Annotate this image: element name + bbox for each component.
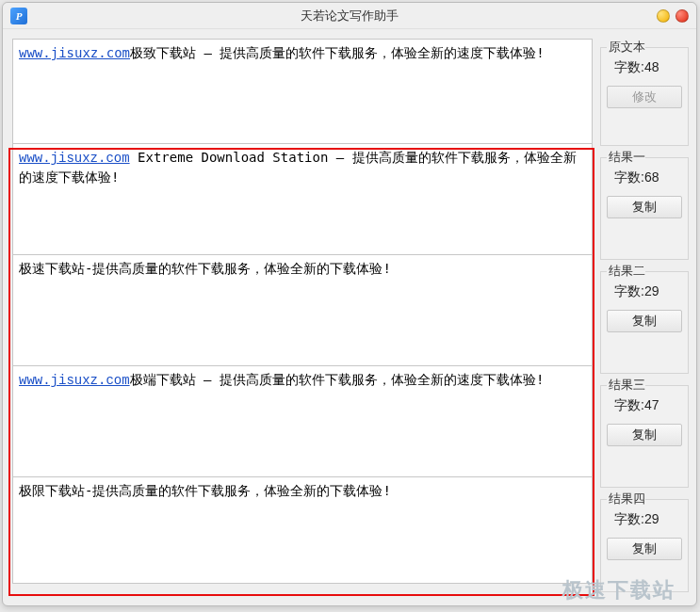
- link-url[interactable]: www.jisuxz.com: [19, 373, 130, 388]
- word-count: 字数:48: [607, 56, 682, 78]
- text-content: 极速下载站-提供高质量的软件下载服务，体验全新的下载体验!: [19, 261, 391, 276]
- copy-button[interactable]: 复制: [607, 424, 682, 446]
- result-3-text-box[interactable]: www.jisuxz.com极端下载站 – 提供高质量的软件下载服务，体验全新的…: [12, 366, 593, 477]
- group-title: 结果一: [607, 149, 645, 166]
- original-text-box[interactable]: www.jisuxz.com极致下载站 – 提供高质量的软件下载服务，体验全新的…: [12, 39, 593, 144]
- text-content: 极致下载站 – 提供高质量的软件下载服务，体验全新的速度下载体验!: [130, 45, 545, 60]
- link-url[interactable]: www.jisuxz.com: [19, 45, 130, 60]
- group-title: 结果二: [607, 263, 645, 280]
- side-groups-column: 原文本 字数:48 修改 结果一 字数:68 复制 结果二 字数:29 复制 结…: [600, 39, 689, 600]
- word-count: 字数:68: [607, 166, 682, 188]
- minimize-icon[interactable]: [657, 9, 670, 23]
- copy-button[interactable]: 复制: [607, 538, 682, 560]
- result-4-text-box[interactable]: 极限下载站-提供高质量的软件下载服务，体验全新的下载体验!: [12, 477, 593, 584]
- result-2-text-box[interactable]: 极速下载站-提供高质量的软件下载服务，体验全新的下载体验!: [12, 255, 593, 366]
- word-count: 字数:29: [607, 507, 682, 530]
- group-original: 原文本 字数:48 修改: [600, 39, 689, 146]
- modify-button[interactable]: 修改: [607, 86, 682, 108]
- group-title: 原文本: [607, 39, 645, 56]
- result-1-text-box[interactable]: www.jisuxz.com Extreme Download Station …: [12, 144, 593, 255]
- content-area: www.jisuxz.com极致下载站 – 提供高质量的软件下载服务，体验全新的…: [3, 29, 696, 605]
- text-content: 极限下载站-提供高质量的软件下载服务，体验全新的下载体验!: [19, 483, 391, 498]
- link-url[interactable]: www.jisuxz.com: [19, 151, 130, 166]
- text-panes-column: www.jisuxz.com极致下载站 – 提供高质量的软件下载服务，体验全新的…: [12, 39, 593, 600]
- group-result-2: 结果二 字数:29 复制: [600, 263, 689, 374]
- window-title: 天若论文写作助手: [3, 8, 696, 24]
- app-window: P 天若论文写作助手 www.jisuxz.com极致下载站 – 提供高质量的软…: [2, 2, 697, 606]
- word-count: 字数:47: [607, 394, 682, 416]
- group-title: 结果三: [607, 377, 645, 394]
- word-count: 字数:29: [607, 280, 682, 302]
- group-result-4: 结果四 字数:29 复制: [600, 491, 689, 592]
- copy-button[interactable]: 复制: [607, 196, 682, 218]
- group-title: 结果四: [607, 491, 645, 507]
- titlebar[interactable]: P 天若论文写作助手: [3, 3, 696, 29]
- text-content: 极端下载站 – 提供高质量的软件下载服务，体验全新的速度下载体验!: [130, 372, 545, 387]
- window-controls: [657, 9, 689, 23]
- group-result-3: 结果三 字数:47 复制: [600, 377, 689, 488]
- group-result-1: 结果一 字数:68 复制: [600, 149, 689, 260]
- close-icon[interactable]: [676, 9, 689, 23]
- copy-button[interactable]: 复制: [607, 310, 682, 332]
